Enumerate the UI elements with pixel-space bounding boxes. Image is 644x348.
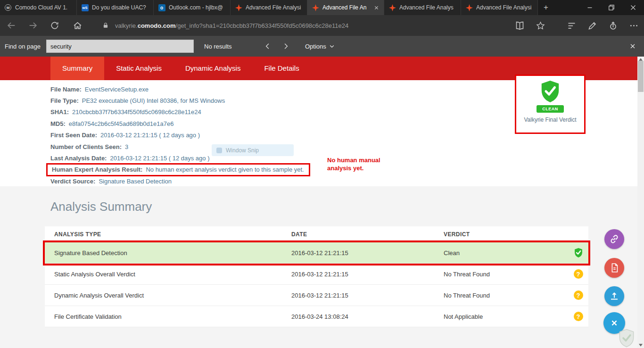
forum-tab-icon: wS (81, 4, 89, 11)
refresh-icon[interactable] (49, 20, 60, 31)
question-icon: ? (568, 269, 588, 279)
tab-title: Do you disable UAC? (92, 4, 149, 11)
snip-icon (216, 148, 222, 153)
valkyrie-star-icon (235, 4, 242, 11)
addressbar-actions (514, 20, 639, 31)
browser-tab-uac[interactable]: wS Do you disable UAC? (77, 0, 154, 15)
find-label: Find on page (5, 43, 46, 50)
tab-title: Advanced File Analys (399, 4, 456, 11)
field-label: Number of Clients Seen: (50, 143, 122, 150)
file-info-row: Number of Clients Seen:3 (50, 141, 637, 152)
verdict-cell: Clean (444, 249, 568, 257)
clean-shield-icon (568, 248, 588, 258)
valkyrie-star-icon (465, 4, 473, 11)
pdf-file-icon (609, 263, 619, 273)
tab-title: Comodo Cloud AV 1. (15, 4, 72, 11)
snip-label: Window Snip (226, 147, 259, 154)
tab-summary[interactable]: Summary (50, 57, 104, 80)
table-row-static-analysis[interactable]: Static Analysis Overall Verdict 2016-03-… (45, 264, 588, 285)
date-cell: 2016-03-12 21:21:15 (291, 249, 444, 257)
browser-tab-valkyrie-active[interactable]: Advanced File An (307, 0, 384, 15)
manual-analysis-annotation: No human manual analysis yet. (327, 157, 386, 173)
find-close-icon[interactable] (626, 39, 640, 53)
tab-file-details[interactable]: File Details (252, 57, 311, 80)
field-label: Verdict Source: (50, 178, 95, 185)
hub-icon[interactable] (566, 20, 577, 31)
more-options-icon[interactable] (628, 20, 639, 31)
close-icon (609, 318, 619, 328)
date-cell: 2016-03-24 13:08:24 (291, 313, 444, 320)
scrollbar-thumb[interactable] (638, 61, 644, 92)
find-on-page-bar: Find on page No results Options (0, 36, 644, 57)
page-content: Summary Static Analysis Dynamic Analysis… (0, 57, 637, 348)
verdict-caption: Valkyrie Final Verdict (524, 116, 576, 123)
browser-address-bar: valkyrie.comodo.com/get_info?sha1=210cbc… (0, 15, 644, 36)
find-options-button[interactable]: Options (305, 43, 335, 50)
upload-file-button[interactable] (604, 286, 624, 306)
browser-tab-comodo-cloud[interactable]: M Comodo Cloud AV 1. (0, 0, 77, 15)
date-cell: 2016-03-12 21:21:15 (291, 292, 444, 299)
tab-static-analysis[interactable]: Static Analysis (104, 57, 173, 80)
tab-title: Advanced File Analysi (246, 4, 303, 11)
final-verdict-box: CLEAN Valkyrie Final Verdict (515, 75, 586, 134)
tab-dynamic-analysis[interactable]: Dynamic Analysis (173, 57, 253, 80)
find-input[interactable] (46, 40, 194, 53)
favorites-star-icon[interactable] (535, 20, 546, 31)
window-snip-overlay: Window Snip (212, 144, 294, 156)
verdict-cell: No Threat Found (444, 292, 568, 299)
find-previous-icon[interactable] (261, 39, 275, 53)
page-scrollbar[interactable] (637, 57, 644, 348)
tab-title: Outlook.com - hjlbx@ (169, 4, 226, 11)
field-value: 210cbcbb37f7b6334f550fd5c0698c6c28e11e24 (72, 108, 201, 116)
close-window-button[interactable] (622, 0, 644, 15)
analysis-type-cell: Signature Based Detection (45, 249, 291, 257)
restore-button[interactable] (601, 0, 622, 15)
find-next-icon[interactable] (279, 39, 293, 53)
analysis-summary-section: Analysis Summary ANALYSIS TYPE DATE VERD… (0, 186, 637, 348)
browser-tab-outlook[interactable]: o Outlook.com - hjlbx@ (154, 0, 231, 15)
clean-badge: CLEAN (537, 105, 564, 113)
scroll-down-icon[interactable] (637, 342, 644, 348)
field-label: File Name: (50, 86, 82, 93)
field-label: SHA1: (50, 108, 69, 116)
field-value: 2016-03-12 21:21:15 ( 12 days ago ) (110, 155, 209, 162)
field-label: File Type: (50, 97, 79, 104)
browser-tab-valkyrie-3[interactable]: Advanced File Analysi (461, 0, 538, 15)
reading-view-icon[interactable] (514, 20, 525, 31)
analysis-type-cell: Static Analysis Overall Verdict (45, 271, 291, 278)
web-note-icon[interactable] (586, 20, 598, 31)
table-row-dynamic-analysis[interactable]: Dynamic Analysis Overall Verdict 2016-03… (45, 285, 588, 306)
tab-close-icon[interactable] (373, 4, 380, 11)
url-text: valkyrie.comodo.com/get_info?sha1=210cbc… (115, 22, 348, 29)
share-icon[interactable] (607, 20, 619, 31)
titlebar-spacer (554, 0, 579, 15)
new-tab-button[interactable]: + (538, 0, 554, 15)
find-results-text: No results (204, 43, 242, 50)
share-link-button[interactable] (604, 229, 624, 249)
back-icon[interactable] (6, 20, 17, 31)
field-value: No human expert analysis verdict given t… (146, 166, 304, 173)
url-domain: comodo.com (138, 22, 176, 29)
column-header: ANALYSIS TYPE (45, 231, 291, 238)
verdict-cell: No Threat Found (444, 271, 568, 278)
browser-tab-valkyrie-1[interactable]: Advanced File Analysi (231, 0, 307, 15)
field-label: Last Analysis Date: (50, 155, 107, 162)
field-value: 2016-03-12 21:21:15 ( 12 days ago ) (100, 132, 200, 139)
question-icon: ? (568, 312, 588, 321)
browser-titlebar: M Comodo Cloud AV 1. wS Do you disable U… (0, 0, 644, 15)
minimize-button[interactable] (579, 0, 601, 15)
verdict-cell: Not Applicable (444, 313, 568, 320)
browser-tab-valkyrie-2[interactable]: Advanced File Analys (384, 0, 461, 15)
home-icon[interactable] (72, 20, 83, 31)
field-label: First Seen Date: (50, 132, 97, 139)
table-row-signature-detection[interactable]: Signature Based Detection 2016-03-12 21:… (45, 242, 588, 264)
human-expert-highlight-box: Human Expert Analysis Result:No human ex… (46, 163, 310, 176)
clean-shield-icon (539, 80, 561, 103)
browser-window: M Comodo Cloud AV 1. wS Do you disable U… (0, 0, 644, 348)
url-field[interactable]: valkyrie.comodo.com/get_info?sha1=210cbc… (100, 20, 348, 31)
pdf-report-button[interactable] (604, 258, 624, 278)
comodo-shield-badge[interactable] (618, 329, 636, 348)
table-row-certificate-validation[interactable]: File Certificate Validation 2016-03-24 1… (45, 306, 588, 327)
comodo-tab-icon: M (4, 4, 12, 11)
forward-icon[interactable] (27, 20, 39, 31)
